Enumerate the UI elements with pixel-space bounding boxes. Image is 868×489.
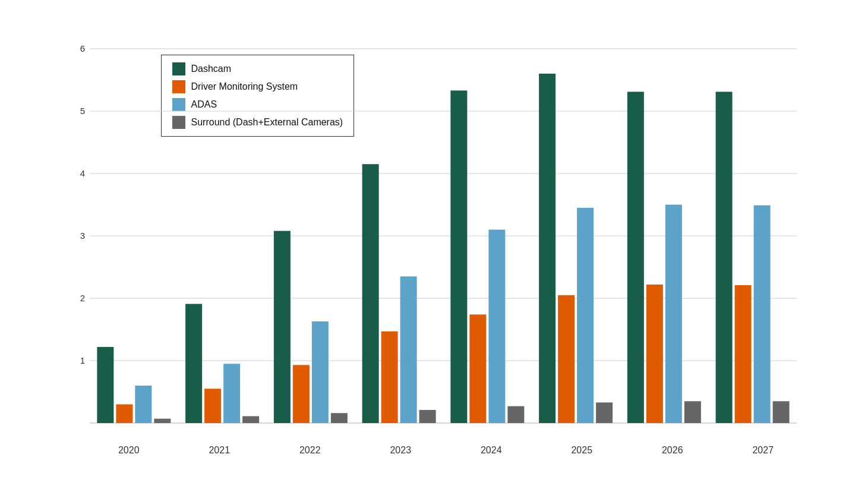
x-axis-labels: 20202021202220232024202520262027 [84, 445, 809, 456]
bar-dms-2027 [734, 285, 751, 422]
bar-adas-2021 [223, 364, 240, 423]
bar-surround-2023 [419, 409, 435, 422]
bar-adas-2024 [488, 229, 505, 423]
x-label-2020: 2020 [118, 445, 140, 456]
x-label-2024: 2024 [481, 445, 502, 456]
bar-dms-2020 [116, 404, 132, 423]
bar-dms-2025 [558, 295, 575, 422]
bar-dashcam-2027 [715, 92, 732, 423]
x-label-2027: 2027 [752, 445, 774, 456]
bar-dashcam-2023 [362, 164, 378, 423]
bar-surround-2025 [596, 402, 613, 423]
bar-dashcam-2025 [539, 74, 555, 423]
bar-surround-2020 [154, 418, 171, 422]
bar-surround-2026 [684, 401, 700, 423]
x-label-2026: 2026 [662, 445, 683, 456]
bar-dms-2026 [646, 284, 662, 422]
bar-adas-2022 [311, 321, 328, 422]
svg-text:2: 2 [80, 293, 84, 303]
x-label-2021: 2021 [209, 445, 230, 456]
svg-text:5: 5 [80, 106, 84, 116]
bar-dms-2021 [204, 389, 221, 423]
bar-adas-2025 [577, 207, 594, 422]
svg-text:1: 1 [80, 355, 84, 365]
bar-dms-2023 [381, 331, 397, 422]
bar-dashcam-2021 [185, 304, 202, 423]
bar-dms-2024 [469, 314, 486, 423]
bar-dashcam-2020 [97, 346, 113, 422]
x-label-2023: 2023 [390, 445, 411, 456]
bar-dashcam-2024 [450, 90, 467, 423]
bar-surround-2021 [242, 416, 259, 423]
bar-surround-2027 [772, 401, 789, 423]
bar-surround-2024 [507, 406, 524, 422]
chart-area: DashcamDriver Monitoring SystemADASSurro… [84, 37, 809, 429]
bar-adas-2027 [753, 205, 770, 422]
x-label-2022: 2022 [299, 445, 321, 456]
svg-text:6: 6 [80, 43, 84, 53]
chart-container: DashcamDriver Monitoring SystemADASSurro… [24, 13, 844, 477]
x-label-2025: 2025 [571, 445, 592, 456]
bar-adas-2020 [135, 386, 151, 423]
bar-dashcam-2022 [273, 231, 290, 422]
svg-text:3: 3 [80, 231, 84, 241]
svg-text:4: 4 [80, 168, 84, 178]
bar-dashcam-2026 [627, 92, 643, 423]
bar-adas-2026 [665, 204, 681, 423]
bar-dms-2022 [292, 365, 309, 423]
bar-surround-2022 [330, 413, 347, 423]
bar-adas-2023 [400, 276, 416, 423]
